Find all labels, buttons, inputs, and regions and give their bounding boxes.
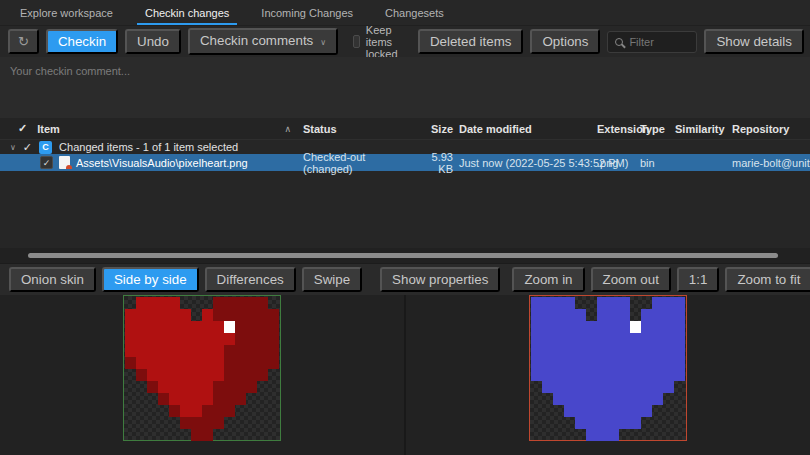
column-header-similarity[interactable]: Similarity [670,123,728,135]
item-cell: ✓ Assets\VisualsAudio\pixelheart.png [0,156,295,169]
group-label: Changed items - 1 of 1 item selected [59,141,238,153]
pending-changes-table: ✓ Item ∧ Status Size Date modified Exten… [0,118,810,248]
type-cell: bin [634,157,670,169]
table-row-pixelheart[interactable]: ✓ Assets\VisualsAudio\pixelheart.png Che… [0,154,810,171]
refresh-button[interactable]: ↻ [8,29,39,54]
tab-explore-workspace[interactable]: Explore workspace [18,0,115,25]
tab-checkin-changes[interactable]: Checkin changes [143,0,231,25]
checkin-comment-input[interactable] [0,57,810,118]
show-properties-button[interactable]: Show properties [380,267,500,292]
filter-input[interactable] [629,36,689,48]
keep-items-locked-label: Keep items locked [366,24,404,60]
differences-button[interactable]: Differences [205,267,296,292]
options-button[interactable]: Options [530,29,600,54]
check-all-icon[interactable]: ✓ [18,122,27,135]
table-empty-area [0,171,810,248]
horizontal-scrollbar-thumb[interactable] [28,253,778,258]
swipe-button[interactable]: Swipe [302,267,362,292]
column-header-extension[interactable]: Extension [590,123,634,135]
chevron-down-icon: ∨ [320,38,326,47]
repository-cell: marie-bolt@unity@clou [728,157,810,169]
dropdown-label: Checkin comments [200,33,313,48]
column-header-status[interactable]: Status [295,123,415,135]
checkin-window: Explore workspace Checkin changes Incomi… [0,0,810,455]
onion-skin-button[interactable]: Onion skin [9,267,96,292]
zoom-to-fit-button[interactable]: Zoom to fit [725,267,810,292]
refresh-icon: ↻ [18,34,29,49]
checkin-toolbar: ↻ Checkin Undo Checkin comments∨ Keep it… [0,26,810,57]
date-modified-cell: Just now (2022-05-25 5:43:52 PM) [453,157,590,169]
column-header-repository[interactable]: Repository [728,123,810,135]
tab-changesets[interactable]: Changesets [383,0,446,25]
pixel-heart-right [531,297,685,441]
checkin-comments-dropdown[interactable]: Checkin comments∨ [188,28,338,55]
checkin-button[interactable]: Checkin [46,29,118,54]
check-icon: ✓ [43,158,51,168]
diff-preview-left-pane[interactable] [0,295,404,455]
file-icon [59,156,70,169]
show-details-button[interactable]: Show details [704,29,804,54]
keep-items-locked-option: Keep items locked [353,24,404,60]
column-header-date-modified[interactable]: Date modified [453,123,590,135]
chevron-down-icon[interactable]: ∨ [10,143,16,152]
changed-badge-icon: C [39,141,52,154]
deleted-items-button[interactable]: Deleted items [418,29,524,54]
column-header-size[interactable]: Size [415,123,453,135]
filter-box [607,31,697,53]
main-tabbar: Explore workspace Checkin changes Incomi… [0,0,810,26]
tab-label: Changesets [385,7,444,19]
undo-button[interactable]: Undo [125,29,181,54]
column-header-type[interactable]: Type [634,123,670,135]
horizontal-scrollbar [0,248,810,263]
previous-image-red-heart [123,295,281,441]
zoom-in-button[interactable]: Zoom in [512,267,584,292]
column-label: Item [37,123,60,135]
tab-label: Checkin changes [145,7,229,19]
diff-toolbar: Onion skin Side by side Differences Swip… [0,263,810,295]
sort-ascending-icon: ∧ [284,124,291,134]
extension-cell: .png [590,157,634,169]
zoom-one-to-one-button[interactable]: 1:1 [677,267,720,292]
search-icon [615,38,623,46]
image-diff-preview [0,295,810,455]
group-item-cell: ∨ ✓ C Changed items - 1 of 1 item select… [0,141,295,154]
tab-incoming-changes[interactable]: Incoming Changes [259,0,355,25]
keep-items-locked-checkbox[interactable] [353,35,360,48]
pixel-heart-left [125,297,279,441]
item-path: Assets\VisualsAudio\pixelheart.png [76,157,248,169]
zoom-out-button[interactable]: Zoom out [591,267,671,292]
row-checkbox[interactable]: ✓ [40,156,53,169]
current-image-blue-heart [529,295,687,441]
tab-label: Explore workspace [20,7,113,19]
diff-preview-right-pane[interactable] [406,295,810,455]
side-by-side-button[interactable]: Side by side [102,267,199,292]
group-check-icon[interactable]: ✓ [23,141,32,154]
tab-label: Incoming Changes [261,7,353,19]
column-header-item[interactable]: ✓ Item ∧ [0,122,295,135]
table-header-row: ✓ Item ∧ Status Size Date modified Exten… [0,118,810,140]
